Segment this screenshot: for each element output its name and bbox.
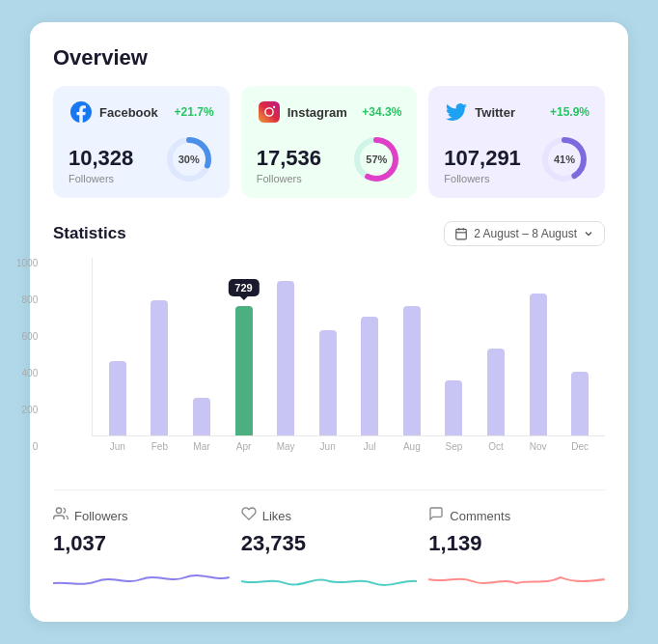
bar-3[interactable]: 729 [235,306,253,435]
bar-10[interactable] [530,294,547,435]
metrics-row: Followers 1,037 Likes 23,735 [53,490,605,599]
comments-sparkline [428,564,605,599]
svg-point-4 [273,106,275,108]
followers-metric-value: 1,037 [53,531,230,556]
likes-icon [241,506,257,525]
instagram-followers: 17,536 [257,146,321,171]
followers-metric: Followers 1,037 [53,506,230,599]
calendar-icon [454,227,468,240]
instagram-donut: 57% [351,134,401,184]
facebook-change: +21.7% [175,105,214,119]
twitter-name: Twitter [475,105,515,120]
svg-point-13 [56,508,61,513]
bar-0[interactable] [109,361,126,435]
likes-metric-value: 23,735 [241,531,418,556]
bar-4[interactable] [277,281,294,435]
facebook-donut: 30% [164,134,214,184]
twitter-icon [444,99,469,125]
followers-metric-header: Followers [53,506,230,525]
instagram-change: +34.3% [362,105,401,119]
comments-metric-value: 1,139 [428,531,605,556]
x-label-3: Apr [223,436,265,452]
comments-metric-label: Comments [450,509,510,523]
instagram-followers-label: Followers [257,173,321,184]
facebook-percent: 30% [178,154,200,165]
chevron-down-icon [583,228,594,239]
bar-7[interactable] [403,306,421,435]
twitter-followers: 107,291 [444,146,521,171]
x-label-7: Aug [391,436,433,452]
twitter-change: +15.9% [550,105,589,119]
bar-group-sep-8 [433,258,476,435]
facebook-card: Facebook +21.7% 10,328 Followers 30% [53,86,230,198]
x-label-8: Sep [433,436,476,452]
date-range-selector[interactable]: 2 August – 8 August [444,221,605,246]
x-label-10: Nov [517,436,560,452]
bar-6[interactable] [361,317,378,435]
twitter-header: Twitter +15.9% [444,99,589,125]
x-label-0: Jun [96,436,139,452]
bar-group-feb-1 [139,258,181,435]
bar-group-dec-11 [559,258,601,435]
instagram-percent: 57% [366,154,387,165]
statistics-header: Statistics 2 August – 8 August [53,221,605,246]
statistics-title: Statistics [53,224,126,243]
bar-5[interactable] [319,330,337,435]
bar-group-oct-9 [475,258,517,435]
instagram-card: Instagram +34.3% 17,536 Followers 57% [241,86,418,198]
facebook-body: 10,328 Followers 30% [69,134,214,184]
svg-rect-2 [259,101,280,123]
bar-tooltip-3: 729 [228,279,259,296]
comments-icon [428,506,444,525]
likes-metric-label: Likes [262,509,291,523]
instagram-name: Instagram [288,105,347,120]
bar-1[interactable] [151,300,168,435]
date-range-text: 2 August – 8 August [474,227,577,240]
likes-sparkline [241,564,418,599]
overview-card: Overview Facebook +21.7% 10,328 Follower… [30,22,628,622]
svg-rect-9 [456,229,467,239]
bar-11[interactable] [571,372,589,435]
bar-chart: 1000 800 600 400 200 0 729 JunFebMarAprM… [53,258,605,470]
likes-metric-header: Likes [241,506,418,525]
followers-metric-label: Followers [74,509,128,523]
facebook-icon [69,99,94,125]
facebook-followers: 10,328 [69,146,133,171]
twitter-card: Twitter +15.9% 107,291 Followers 41% [428,86,605,198]
x-label-2: Mar [180,436,223,452]
likes-metric: Likes 23,735 [241,506,418,599]
bar-group-jun-5 [307,258,349,435]
bar-group-nov-10 [517,258,560,435]
bar-9[interactable] [487,349,505,435]
bar-group-aug-7 [391,258,433,435]
bar-8[interactable] [445,380,462,435]
instagram-icon [257,99,282,125]
y-axis: 1000 800 600 400 200 0 [16,258,38,452]
x-label-9: Oct [475,436,517,452]
facebook-header: Facebook +21.7% [69,99,214,125]
instagram-header: Instagram +34.3% [257,99,402,125]
facebook-name: Facebook [99,105,158,120]
social-cards-grid: Facebook +21.7% 10,328 Followers 30% [53,86,605,198]
bar-group-mar-2 [180,258,223,435]
x-label-1: Feb [139,436,181,452]
x-label-5: Jun [307,436,349,452]
bar-2[interactable] [193,398,210,435]
bar-group-jun-0 [96,258,139,435]
comments-metric: Comments 1,139 [428,506,605,599]
bar-group-apr-3: 729 [223,258,265,435]
x-label-6: Jul [348,436,391,452]
twitter-percent: 41% [554,154,575,165]
bar-group-jul-6 [348,258,391,435]
chart-bars: 729 [92,258,605,436]
instagram-body: 17,536 Followers 57% [257,134,402,184]
followers-sparkline [53,564,230,599]
x-label-4: May [264,436,307,452]
x-label-11: Dec [559,436,601,452]
followers-icon [53,506,69,525]
twitter-donut: 41% [539,134,589,184]
page-title: Overview [53,45,605,70]
twitter-body: 107,291 Followers 41% [444,134,589,184]
comments-metric-header: Comments [428,506,605,525]
bar-group-may-4 [264,258,307,435]
